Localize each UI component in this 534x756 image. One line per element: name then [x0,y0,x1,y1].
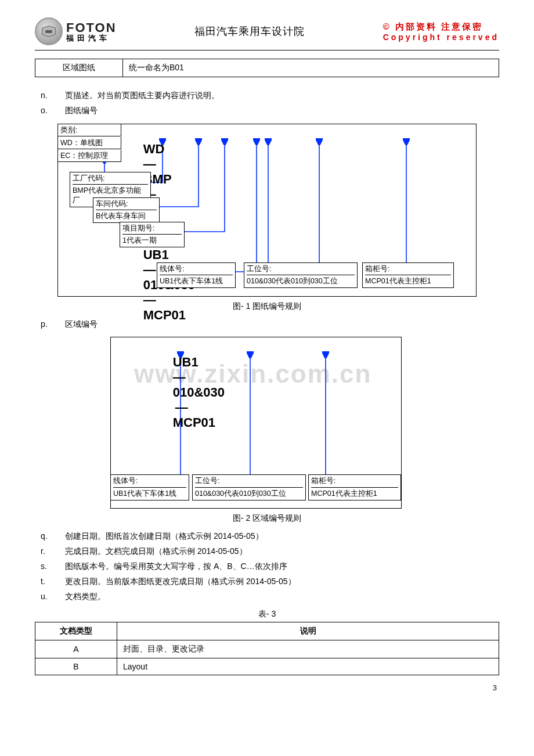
list-item: o.图纸编号 [35,104,499,118]
box2-cabinet: 箱柜号:MCP01代表主控柜1 [308,474,401,501]
list-item: r.完成日期。文档完成日期（格式示例 2014-05-05） [35,545,499,559]
fig1-caption: 图- 1 图纸编号规则 [35,301,499,312]
list-item: t.更改日期。当前版本图纸更改完成日期（格式示例 2014-05-05） [35,575,499,589]
logo: FOTON 福田汽车 [35,17,117,45]
table-doctype: 文档类型 说明 A 封面、目录、更改记录 B Layout [35,622,499,675]
header-divider [35,50,499,51]
table-row: A 封面、目录、更改记录 [35,640,499,658]
list-item: n.页描述。对当前页图纸主要内容进行说明。 [35,89,499,103]
box2-station: 工位号:010&030代表010到030工位 [192,474,306,501]
table-row: B Layout [35,658,499,675]
box-category: 类别: [57,124,121,137]
list-no: n.页描述。对当前页图纸主要内容进行说明。 o.图纸编号 [35,89,499,118]
figure-2: www.zixin.com.cn UB1 — 010&030 — MCP01 线… [110,337,402,509]
list-p: p.区域编号 [35,318,499,332]
page-header: FOTON 福田汽车 福田汽车乘用车设计院 © 内部资料 注意保密 Copyri… [35,17,499,45]
th-desc: 说明 [117,622,499,640]
header-title: 福田汽车乘用车设计院 [194,24,305,38]
list-item: s.图纸版本号。编号采用英文大写字母，按 A、B、C…依次排序 [35,560,499,574]
figure-1: 类别: WD — BMP — B 1 — UB1 — 010&030 — MCP… [57,124,477,297]
header-confidential: © 内部资料 注意保密 Copyright reserved [383,21,499,42]
box2-line: 线体号:UB1代表下车体1线 [110,474,189,501]
list-item: p.区域编号 [35,318,499,332]
box-workshop: 车间代码:B代表车身车间 [93,197,160,224]
topbox-c2: 统一命名为B01 [123,59,499,77]
table3-caption: 表- 3 [35,609,499,620]
box-line: 线体号:UB1代表下车体1线 [157,262,236,289]
logo-text-cn: 福田汽车 [66,34,117,42]
box-cabinet: 箱柜号:MCP01代表主控柜1 [362,262,454,289]
list-qu: q.创建日期。图纸首次创建日期（格式示例 2014-05-05） r.完成日期。… [35,530,499,603]
box-cat-wd: WD：单线图 [57,137,121,150]
th-doctype: 文档类型 [35,622,117,640]
fig2-caption: 图- 2 区域编号规则 [35,513,499,524]
page-number: 3 [35,683,499,692]
list-item: q.创建日期。图纸首次创建日期（格式示例 2014-05-05） [35,530,499,543]
logo-icon [35,17,63,45]
box-cat-ec: EC：控制原理 [57,150,121,163]
confidential-cn: © 内部资料 注意保密 [383,21,499,33]
confidential-en: Copyright reserved [383,33,499,42]
topbox-c1: 区域图纸 [35,59,123,77]
logo-text-en: FOTON [66,21,117,34]
list-item: u.文档类型。 [35,590,499,604]
box-phase: 项目期号:1代表一期 [120,222,185,248]
code-line-2: UB1 — 010&030 — MCP01 [151,340,225,445]
top-table: 区域图纸 统一命名为B01 [35,59,499,77]
box-station: 工位号:010&030代表010到030工位 [244,262,358,289]
